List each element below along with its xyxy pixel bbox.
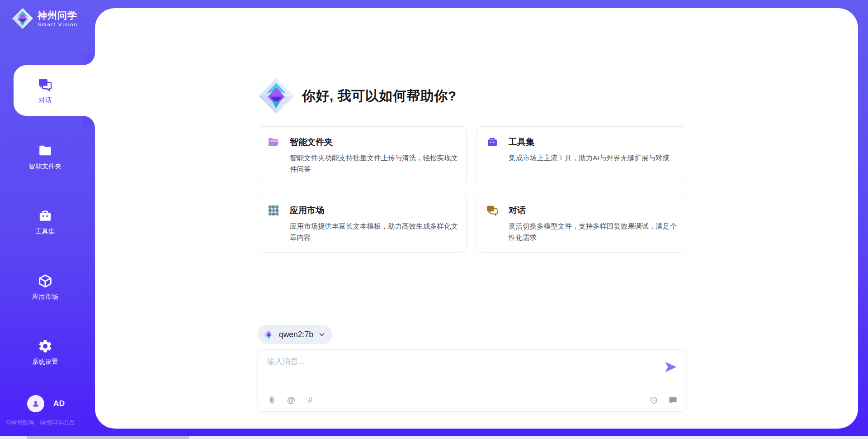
model-logo-icon xyxy=(263,329,274,340)
toolbox-icon xyxy=(38,208,53,224)
model-name: qwen2:7b xyxy=(279,330,313,339)
message-input[interactable] xyxy=(267,356,656,384)
cube-icon xyxy=(38,273,53,289)
brand-logo-icon xyxy=(12,8,33,29)
model-selector-row: qwen2:7b xyxy=(258,325,685,344)
sidebar-item-toolset[interactable]: 工具集 xyxy=(0,196,95,247)
horizontal-scrollbar[interactable] xyxy=(0,436,868,439)
card-smart-folder[interactable]: 智能文件夹 智能文件夹功能支持批量文件上传与清洗，轻松实现文件问答 xyxy=(258,126,467,184)
chat-bubbles-icon xyxy=(486,204,499,217)
card-toolset[interactable]: 工具集 集成市场上主流工具，助力AI与外界无缝扩展与对接 xyxy=(476,126,685,184)
hashtag-icon[interactable]: # xyxy=(305,395,315,405)
copyright-text: ©神州数码 · 神州问学出品 xyxy=(6,419,75,427)
app-root: 神州问学 Smart Vision 对话 智能文件夹 xyxy=(0,0,868,439)
card-description: 智能文件夹功能支持批量文件上传与清洗，轻松实现文件问答 xyxy=(290,153,458,175)
card-description: 应用市场提供丰富长文本模板，助力高效生成多样化文章内容 xyxy=(290,221,458,243)
card-app-market[interactable]: 应用市场 应用市场提供丰富长文本模板，助力高效生成多样化文章内容 xyxy=(258,195,467,253)
card-description: 集成市场上主流工具，助力AI与外界无缝扩展与对接 xyxy=(509,153,677,164)
send-icon[interactable] xyxy=(663,360,678,374)
sidebar-item-label: 工具集 xyxy=(35,228,55,236)
composer-toolbar: @ # xyxy=(267,388,678,412)
attachment-icon[interactable] xyxy=(267,395,277,405)
brand-subtitle: Smart Vision xyxy=(38,22,78,27)
avatar xyxy=(27,395,44,412)
greeting-text: 你好, 我可以如何帮助你? xyxy=(302,87,457,105)
comment-icon[interactable] xyxy=(668,395,678,405)
card-chat[interactable]: 对话 灵活切换多模型文件，支持多样回复效果调试，满足个性化需求 xyxy=(476,195,685,253)
model-selector[interactable]: qwen2:7b xyxy=(258,325,332,344)
card-title: 对话 xyxy=(509,205,526,216)
feature-cards: 智能文件夹 智能文件夹功能支持批量文件上传与清洗，轻松实现文件问答 工具集 集成… xyxy=(258,126,685,253)
sidebar-item-label: 系统设置 xyxy=(32,358,58,366)
sidebar-item-smart-folder[interactable]: 智能文件夹 xyxy=(0,131,95,182)
brand-name: 神州问学 xyxy=(38,10,78,21)
card-title: 工具集 xyxy=(509,136,534,148)
greeting: 你好, 我可以如何帮助你? xyxy=(258,77,685,115)
folder-icon xyxy=(38,143,53,158)
sidebar-item-label: 应用市场 xyxy=(32,293,58,301)
sidebar-item-label: 对话 xyxy=(39,96,52,105)
card-title: 应用市场 xyxy=(290,205,324,216)
message-composer: @ # xyxy=(258,349,685,412)
sidebar-item-settings[interactable]: 系统设置 xyxy=(0,327,95,377)
tab-curve-top xyxy=(83,53,95,65)
card-description: 灵活切换多模型文件，支持多样回复效果调试，满足个性化需求 xyxy=(509,221,677,243)
chat-icon xyxy=(38,77,53,92)
brand: 神州问学 Smart Vision xyxy=(12,8,78,29)
main-content: 你好, 我可以如何帮助你? 智能文件夹 智能文件夹功能支持批量文件上传与清洗，轻… xyxy=(258,77,685,412)
card-title: 智能文件夹 xyxy=(290,136,333,148)
main-panel: 你好, 我可以如何帮助你? 智能文件夹 智能文件夹功能支持批量文件上传与清洗，轻… xyxy=(95,8,858,429)
tab-curve-bottom xyxy=(83,116,95,128)
history-icon[interactable] xyxy=(649,395,659,405)
assistant-logo-icon xyxy=(258,77,295,115)
sidebar: 神州问学 Smart Vision 对话 智能文件夹 xyxy=(0,0,95,439)
chevron-down-icon xyxy=(318,330,326,339)
user-profile[interactable]: AD xyxy=(27,395,65,412)
sidebar-item-app-market[interactable]: 应用市场 xyxy=(0,262,95,312)
scrollbar-thumb[interactable] xyxy=(27,436,189,439)
folder-open-icon xyxy=(267,136,280,148)
user-initials: AD xyxy=(53,399,65,408)
toolbox-icon xyxy=(486,136,499,148)
grid-icon xyxy=(267,204,280,217)
sidebar-item-chat[interactable]: 对话 xyxy=(0,65,95,116)
mention-icon[interactable]: @ xyxy=(286,395,296,405)
gear-icon xyxy=(38,339,53,354)
active-tab-background xyxy=(14,65,95,116)
sidebar-item-label: 智能文件夹 xyxy=(29,162,62,171)
